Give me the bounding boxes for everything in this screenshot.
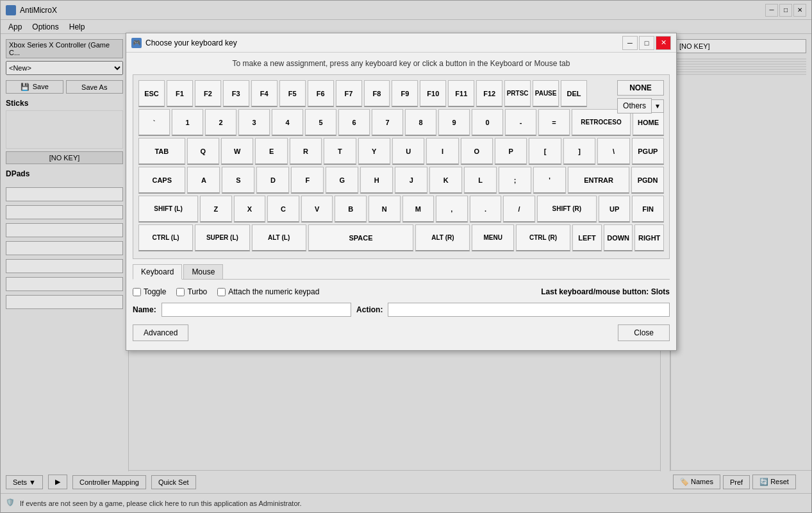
key-shift-l[interactable]: SHIFT (L) — [138, 196, 198, 223]
key-rbracket[interactable]: ] — [563, 138, 595, 165]
key-f7[interactable]: F7 — [336, 80, 362, 107]
key-caps[interactable]: CAPS — [138, 167, 185, 194]
key-o[interactable]: O — [461, 138, 493, 165]
key-del[interactable]: DEL — [561, 80, 587, 107]
key-ctrl-r[interactable]: CTRL (R) — [516, 224, 570, 251]
close-dialog-button[interactable]: Close — [618, 324, 670, 341]
key-j[interactable]: J — [395, 167, 427, 194]
key-pgdn[interactable]: PGDN — [631, 167, 664, 194]
key-t[interactable]: T — [324, 138, 356, 165]
key-d[interactable]: D — [256, 167, 289, 194]
key-l[interactable]: L — [464, 167, 497, 194]
key-q[interactable]: Q — [187, 138, 219, 165]
key-e[interactable]: E — [255, 138, 287, 165]
key-slash[interactable]: / — [503, 196, 535, 223]
key-up[interactable]: UP — [599, 196, 631, 223]
key-f6[interactable]: F6 — [308, 80, 334, 107]
key-4[interactable]: 4 — [272, 109, 303, 136]
key-8[interactable]: 8 — [405, 109, 436, 136]
key-minus[interactable]: - — [505, 109, 536, 136]
key-5[interactable]: 5 — [305, 109, 336, 136]
key-down[interactable]: DOWN — [604, 224, 633, 251]
key-h[interactable]: H — [360, 167, 393, 194]
key-f11[interactable]: F11 — [448, 80, 474, 107]
advanced-button[interactable]: Advanced — [133, 324, 188, 341]
key-left[interactable]: LEFT — [572, 224, 602, 251]
key-backslash[interactable]: \ — [597, 138, 629, 165]
dialog-minimize-button[interactable]: ─ — [622, 36, 638, 50]
key-right[interactable]: RIGHT — [634, 224, 664, 251]
key-s[interactable]: S — [222, 167, 254, 194]
key-shift-r[interactable]: SHIFT (R) — [537, 196, 597, 223]
key-f1[interactable]: F1 — [167, 80, 193, 107]
key-alt-l[interactable]: ALT (L) — [252, 224, 306, 251]
attach-keypad-checkbox[interactable] — [217, 288, 226, 296]
key-r[interactable]: R — [290, 138, 322, 165]
key-7[interactable]: 7 — [372, 109, 403, 136]
key-pause[interactable]: PAUSE — [533, 80, 559, 107]
key-lbracket[interactable]: [ — [529, 138, 561, 165]
key-k[interactable]: K — [429, 167, 462, 194]
key-f8[interactable]: F8 — [364, 80, 390, 107]
key-f12[interactable]: F12 — [476, 80, 502, 107]
key-space[interactable]: SPACE — [308, 224, 413, 251]
key-x[interactable]: X — [234, 196, 266, 223]
key-pgup[interactable]: PGUP — [632, 138, 664, 165]
key-f10[interactable]: F10 — [420, 80, 446, 107]
key-prtsc[interactable]: PRTSC — [504, 80, 531, 107]
key-f5[interactable]: F5 — [279, 80, 306, 107]
key-9[interactable]: 9 — [438, 109, 470, 136]
tab-mouse[interactable]: Mouse — [183, 264, 223, 279]
key-tab[interactable]: TAB — [138, 138, 185, 165]
toggle-checkbox-label[interactable]: Toggle — [133, 287, 166, 296]
key-enter[interactable]: ENTRAR — [568, 167, 629, 194]
key-a[interactable]: A — [187, 167, 220, 194]
key-period[interactable]: . — [470, 196, 502, 223]
none-button[interactable]: NONE — [617, 80, 664, 96]
key-backtick[interactable]: ` — [138, 109, 170, 136]
key-w[interactable]: W — [221, 138, 253, 165]
key-c[interactable]: C — [267, 196, 299, 223]
others-arrow-button[interactable]: ▼ — [652, 99, 664, 113]
key-b[interactable]: B — [335, 196, 367, 223]
key-m[interactable]: M — [402, 196, 435, 223]
attach-keypad-checkbox-label[interactable]: Attach the numeric keypad — [217, 287, 319, 296]
key-esc[interactable]: ESC — [138, 80, 165, 107]
dialog-maximize-button[interactable]: □ — [639, 36, 654, 50]
key-g[interactable]: G — [326, 167, 358, 194]
key-0[interactable]: 0 — [472, 109, 503, 136]
key-quote[interactable]: ' — [533, 167, 566, 194]
name-input[interactable] — [162, 303, 351, 317]
others-button[interactable]: Others — [617, 98, 652, 114]
action-input[interactable] — [388, 303, 670, 317]
key-z[interactable]: Z — [200, 196, 232, 223]
key-n[interactable]: N — [369, 196, 401, 223]
key-y[interactable]: Y — [358, 138, 390, 165]
key-i[interactable]: I — [426, 138, 458, 165]
turbo-checkbox[interactable] — [176, 288, 185, 296]
key-f3[interactable]: F3 — [223, 80, 249, 107]
key-f[interactable]: F — [291, 167, 324, 194]
key-f4[interactable]: F4 — [251, 80, 278, 107]
key-alt-r[interactable]: ALT (R) — [415, 224, 470, 251]
key-fin[interactable]: FIN — [632, 196, 664, 223]
key-f9[interactable]: F9 — [392, 80, 418, 107]
key-1[interactable]: 1 — [172, 109, 203, 136]
dialog-close-button[interactable]: ✕ — [656, 36, 671, 50]
key-u[interactable]: U — [392, 138, 424, 165]
key-6[interactable]: 6 — [338, 109, 370, 136]
tab-keyboard[interactable]: Keyboard — [133, 264, 182, 280]
key-menu[interactable]: MENU — [472, 224, 513, 251]
toggle-checkbox[interactable] — [133, 288, 141, 296]
key-semicolon[interactable]: ; — [499, 167, 531, 194]
key-2[interactable]: 2 — [205, 109, 236, 136]
key-ctrl-l[interactable]: CTRL (L) — [138, 224, 193, 251]
key-comma[interactable]: , — [436, 196, 468, 223]
key-equals[interactable]: = — [538, 109, 570, 136]
turbo-checkbox-label[interactable]: Turbo — [176, 287, 207, 296]
key-super-l[interactable]: SUPER (L) — [195, 224, 249, 251]
key-f2[interactable]: F2 — [195, 80, 221, 107]
key-v[interactable]: V — [301, 196, 333, 223]
key-3[interactable]: 3 — [238, 109, 270, 136]
key-p[interactable]: P — [495, 138, 527, 165]
